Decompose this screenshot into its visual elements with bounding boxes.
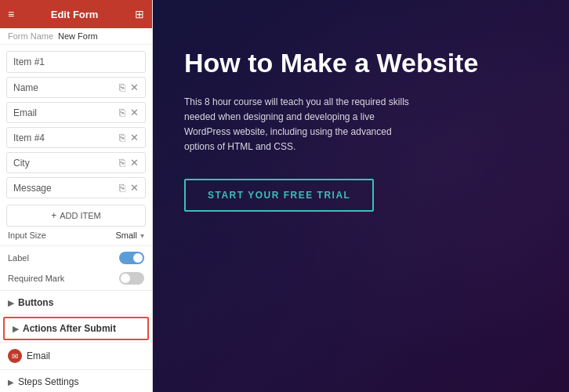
field-icons-city: ⎘ ✕ [119, 157, 139, 169]
email-label: Email [27, 350, 50, 361]
form-name-value: New Form [58, 31, 98, 41]
field-label-item4: Item #4 [13, 132, 119, 143]
hero-description: This 8 hour course will teach you all th… [184, 95, 419, 155]
form-name-row: Form Name New Form [0, 28, 152, 45]
required-mark-row: Required Mark [0, 268, 152, 289]
chevron-actions-icon: ▶ [13, 325, 19, 333]
field-label-email: Email [13, 107, 119, 118]
grid-icon[interactable]: ⊞ [135, 8, 144, 20]
edit-form-title: Edit Form [14, 9, 135, 20]
chevron-steps-icon: ▶ [8, 378, 14, 387]
required-mark-toggle[interactable] [119, 272, 144, 285]
left-panel: ≡ Edit Form ⊞ Form Name New Form Item #1… [0, 0, 153, 392]
label-toggle-row: Label [0, 248, 152, 268]
copy-icon-email[interactable]: ⎘ [119, 107, 125, 118]
actions-after-submit-label: Actions After Submit [23, 323, 116, 334]
delete-icon-email[interactable]: ✕ [130, 107, 139, 118]
hero-title: How to Make a Website [184, 47, 545, 79]
field-icons-email: ⎘ ✕ [119, 107, 139, 118]
input-size-label: Input Size [8, 230, 115, 240]
hamburger-icon[interactable]: ≡ [8, 8, 14, 20]
delete-icon-item4[interactable]: ✕ [130, 132, 139, 143]
top-bar: ≡ Edit Form ⊞ [0, 0, 152, 28]
label-toggle[interactable] [119, 252, 144, 264]
divider-1 [0, 245, 152, 246]
field-row-item4: Item #4 ⎘ ✕ [6, 127, 146, 148]
label-toggle-label: Label [8, 253, 119, 263]
buttons-section[interactable]: ▶ Buttons [0, 292, 152, 313]
required-mark-label: Required Mark [8, 274, 119, 283]
field-label-name: Name [13, 82, 119, 93]
right-panel: How to Make a Website This 8 hour course… [153, 0, 569, 392]
add-item-label: ADD ITEM [60, 211, 101, 220]
hero-content: How to Make a Website This 8 hour course… [153, 0, 569, 235]
delete-icon-city[interactable]: ✕ [130, 157, 139, 169]
divider-4 [0, 342, 152, 343]
input-size-value: Small [115, 230, 137, 240]
field-icons-item4: ⎘ ✕ [119, 132, 139, 143]
divider-2 [0, 290, 152, 291]
item-block: Item #1 [6, 51, 146, 73]
copy-icon-message[interactable]: ⎘ [119, 182, 125, 194]
actions-after-submit-section[interactable]: ▶ Actions After Submit [3, 317, 149, 340]
field-icons-name: ⎘ ✕ [119, 82, 139, 93]
field-row-city: City ⎘ ✕ [6, 152, 146, 173]
delete-icon-name[interactable]: ✕ [130, 82, 139, 93]
delete-icon-message[interactable]: ✕ [130, 182, 139, 194]
divider-3 [0, 314, 152, 315]
steps-settings-label: Steps Settings [18, 376, 78, 387]
copy-icon-item4[interactable]: ⎘ [119, 132, 125, 143]
field-row-email: Email ⎘ ✕ [6, 102, 146, 123]
select-arrow-icon[interactable]: ▾ [140, 231, 144, 240]
email-section[interactable]: ✉ Email [0, 344, 152, 368]
field-row-message: Message ⎘ ✕ [6, 177, 146, 198]
chevron-buttons-icon: ▶ [8, 299, 14, 307]
buttons-label: Buttons [18, 297, 53, 308]
field-label-message: Message [13, 183, 119, 194]
plus-icon: + [51, 210, 56, 221]
panel-content: Item #1 Name ⎘ ✕ Email ⎘ ✕ Item #4 ⎘ ✕ [0, 45, 152, 392]
item-block-label: Item #1 [13, 56, 45, 67]
copy-icon-name[interactable]: ⎘ [119, 82, 125, 93]
copy-icon-city[interactable]: ⎘ [119, 157, 125, 169]
cta-button[interactable]: StaRT YOUR FREE TRIAL [184, 179, 374, 212]
form-name-label: Form Name [8, 31, 53, 41]
email-icon: ✉ [8, 349, 22, 363]
divider-5 [0, 369, 152, 370]
add-item-button[interactable]: + ADD ITEM [6, 205, 146, 227]
input-size-row: Input Size Small ▾ [0, 227, 152, 244]
field-label-city: City [13, 158, 119, 169]
field-icons-message: ⎘ ✕ [119, 182, 139, 194]
field-row-name: Name ⎘ ✕ [6, 77, 146, 98]
steps-settings-section[interactable]: ▶ Steps Settings [0, 372, 152, 392]
